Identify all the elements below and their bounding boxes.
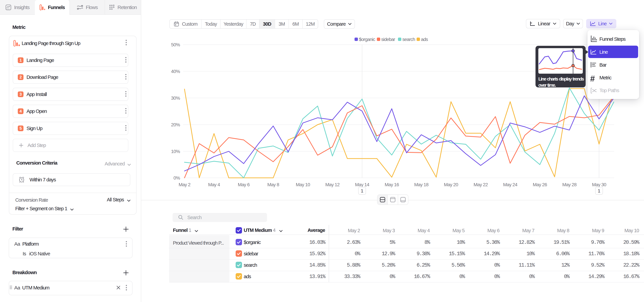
svg-text:May 14: May 14 [355,182,369,187]
svg-text:20%: 20% [171,122,180,127]
svg-text:30%: 30% [171,96,180,101]
svg-text:May 24: May 24 [503,182,518,187]
svg-text:May 2: May 2 [178,182,190,187]
svg-text:May 6: May 6 [238,182,250,187]
svg-text:50%: 50% [171,42,180,47]
svg-text:May 4: May 4 [208,182,220,187]
svg-text:May 10: May 10 [296,182,310,187]
svg-text:1: 1 [598,188,600,194]
svg-text:May 20: May 20 [444,182,458,187]
svg-text:10%: 10% [171,149,180,154]
svg-text:May 30: May 30 [592,182,606,187]
svg-text:1: 1 [361,188,364,194]
svg-text:May 16: May 16 [385,182,399,187]
svg-text:May 18: May 18 [414,182,428,187]
svg-text:May 8: May 8 [267,182,279,187]
svg-text:0%: 0% [174,175,180,180]
svg-text:May 12: May 12 [325,182,340,187]
svg-text:40%: 40% [171,69,180,74]
svg-text:May 28: May 28 [562,182,576,187]
svg-text:May 22: May 22 [474,182,488,187]
svg-text:May 26: May 26 [533,182,547,187]
